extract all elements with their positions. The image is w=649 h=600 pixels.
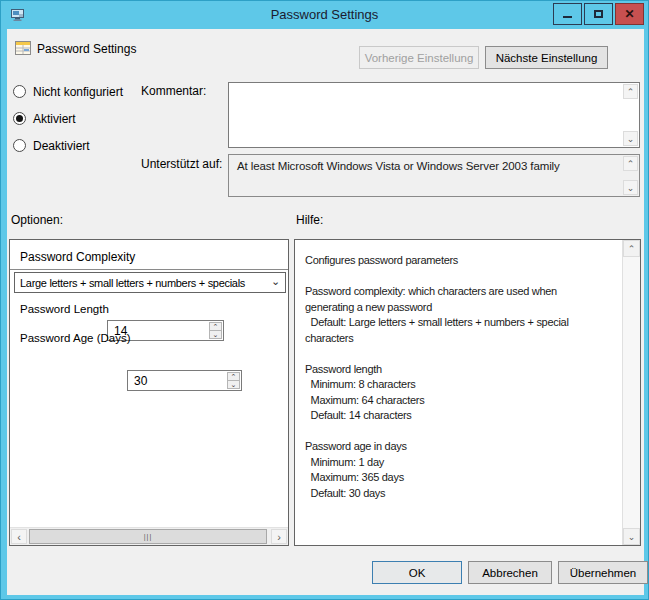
supported-scroll-down-button: ⌄	[623, 180, 638, 195]
minimize-button[interactable]	[553, 3, 582, 25]
password-length-label: Password Length	[20, 303, 109, 315]
comment-scroll-down-button[interactable]: ⌄	[623, 131, 638, 146]
radio-enabled[interactable]: Aktiviert	[13, 111, 76, 126]
scroll-thumb[interactable]: |||	[29, 529, 267, 544]
password-settings-dialog: Password Settings ✕ Password Settings Vo…	[0, 0, 649, 600]
radio-label: Aktiviert	[33, 112, 76, 126]
help-text: Configures password parameters Password …	[305, 253, 618, 501]
help-panel: Configures password parameters Password …	[294, 239, 641, 546]
radio-icon	[13, 139, 26, 152]
window-title: Password Settings	[1, 7, 648, 22]
chevron-down-icon: ⌄	[627, 183, 634, 193]
help-scroll-down-button[interactable]: ⌄	[623, 528, 640, 545]
previous-setting-button[interactable]: Vorherige Einstellung	[359, 46, 479, 69]
radio-not-configured[interactable]: Nicht konfiguriert	[13, 84, 123, 99]
supported-scroll-up-button: ⌃	[623, 156, 638, 171]
password-age-spin-down-button[interactable]: ⌄	[227, 380, 240, 389]
options-horizontal-scrollbar[interactable]: ‹ ||| ›	[10, 527, 288, 545]
radio-icon	[13, 85, 26, 98]
chevron-down-icon: ⌄	[271, 275, 280, 288]
options-label: Optionen:	[11, 213, 63, 227]
supported-on-box: At least Microsoft Windows Vista or Wind…	[228, 154, 640, 197]
grip-icon: |||	[144, 533, 152, 540]
next-setting-button[interactable]: Nächste Einstellung	[485, 46, 608, 69]
options-separator	[10, 269, 288, 270]
chevron-down-icon: ⌄	[627, 134, 635, 144]
password-complexity-value: Large letters + small letters + numbers …	[20, 277, 245, 289]
comment-scroll-up-button[interactable]: ⌃	[623, 84, 638, 99]
titlebar[interactable]: Password Settings ✕	[1, 1, 648, 29]
chevron-up-icon: ⌃	[628, 244, 636, 254]
help-vertical-scrollbar[interactable]: ⌃ ⌄	[622, 240, 640, 545]
supported-on-label: Unterstützt auf:	[141, 157, 222, 171]
password-age-input[interactable]: 30 ⌃ ⌄	[127, 370, 242, 391]
radio-label: Nicht konfiguriert	[33, 85, 123, 99]
maximize-button[interactable]	[584, 3, 613, 25]
password-complexity-dropdown[interactable]: Large letters + small letters + numbers …	[14, 272, 286, 293]
scroll-right-button[interactable]: ›	[271, 529, 287, 544]
policy-title: Password Settings	[37, 42, 136, 56]
chevron-up-icon: ⌃	[213, 323, 219, 330]
password-complexity-label: Password Complexity	[20, 250, 135, 264]
chevron-down-icon: ⌄	[231, 381, 237, 388]
password-length-spin-down-button[interactable]: ⌄	[209, 330, 222, 339]
comment-label: Kommentar:	[141, 84, 206, 98]
radio-icon	[13, 112, 26, 125]
radio-disabled[interactable]: Deaktiviert	[13, 138, 90, 153]
chevron-down-icon: ⌄	[213, 331, 219, 338]
policy-setting-icon	[15, 40, 32, 57]
help-label: Hilfe:	[296, 213, 323, 227]
scroll-left-button[interactable]: ‹	[11, 529, 27, 544]
help-scroll-up-button[interactable]: ⌃	[623, 240, 640, 257]
password-age-value: 30	[134, 374, 147, 388]
minimize-icon	[563, 16, 572, 18]
chevron-left-icon: ‹	[17, 531, 21, 543]
password-age-label: Password Age (Days)	[20, 332, 131, 344]
close-icon: ✕	[624, 8, 634, 20]
chevron-right-icon: ›	[277, 531, 281, 543]
supported-on-value: At least Microsoft Windows Vista or Wind…	[237, 160, 560, 172]
cancel-button[interactable]: Abbrechen	[468, 561, 552, 584]
chevron-up-icon: ⌃	[627, 87, 635, 97]
close-button[interactable]: ✕	[615, 3, 644, 25]
apply-button[interactable]: Übernehmen	[558, 561, 648, 584]
chevron-up-icon: ⌃	[627, 159, 634, 169]
maximize-icon	[594, 10, 603, 18]
comment-textarea[interactable]: ⌃ ⌄	[228, 82, 640, 148]
chevron-up-icon: ⌃	[231, 373, 237, 380]
dialog-client-area: Password Settings Vorherige Einstellung …	[7, 29, 644, 595]
radio-label: Deaktiviert	[33, 139, 90, 153]
ok-button[interactable]: OK	[372, 561, 462, 584]
options-panel: Password Complexity Large letters + smal…	[9, 239, 289, 546]
chevron-down-icon: ⌄	[628, 532, 636, 542]
